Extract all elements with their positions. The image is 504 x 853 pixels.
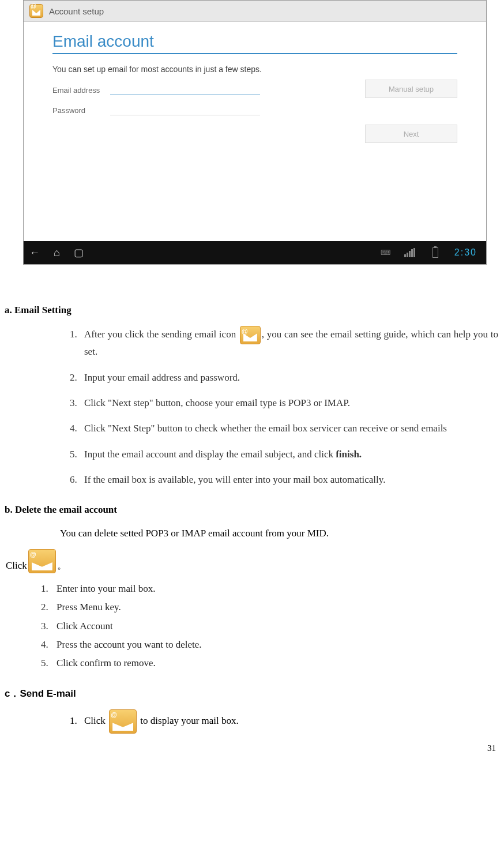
list-item: Click confirm to remove. — [51, 656, 498, 671]
list-item: Press the account you want to delete. — [51, 637, 498, 652]
list-item: After you click the sending email icon ,… — [80, 326, 498, 359]
email-label: Email address — [52, 86, 110, 95]
step-text: to display your mail box. — [140, 715, 238, 726]
list-item: Input the email account and display the … — [80, 447, 498, 462]
section-b-steps: Enter into your mail box. Press Menu key… — [5, 581, 498, 671]
clock: 2:30 — [454, 247, 477, 258]
email-field[interactable] — [110, 85, 260, 95]
page-number: 31 — [487, 743, 496, 753]
signal-icon — [404, 248, 415, 257]
password-label: Password — [52, 106, 110, 115]
list-item: Enter into your mail box. — [51, 581, 498, 596]
click-line: Click 。 — [6, 549, 498, 573]
keyboard-icon: ⌨ — [381, 249, 390, 257]
step-text: Click — [84, 715, 108, 726]
step-text: Input the email account and display the … — [84, 449, 336, 460]
setup-header-title: Account setup — [49, 6, 104, 16]
list-item: Press Menu key. — [51, 600, 498, 615]
email-icon — [28, 549, 56, 573]
email-icon — [240, 326, 261, 344]
section-a-steps: After you click the sending email icon ,… — [5, 326, 498, 487]
email-account-title: Email account — [52, 32, 457, 54]
list-item: Input your email address and password. — [80, 370, 498, 385]
click-text: Click — [6, 558, 27, 573]
list-item: Click "Next Step" button to check whethe… — [80, 421, 498, 436]
email-icon — [109, 709, 137, 734]
setup-header: Account setup — [24, 1, 486, 22]
recent-icon[interactable]: ▢ — [74, 246, 84, 259]
home-icon[interactable]: ⌂ — [54, 247, 60, 259]
list-item: Click Account — [51, 619, 498, 634]
period: 。 — [57, 558, 67, 573]
password-field[interactable] — [110, 106, 260, 115]
next-button[interactable]: Next — [365, 125, 457, 143]
section-c-heading: c．Send E-mail — [5, 686, 498, 701]
battery-icon — [432, 247, 438, 258]
back-icon[interactable]: ← — [29, 247, 40, 259]
section-a-heading: a. Email Setting — [5, 303, 498, 318]
finish-bold: finish. — [336, 449, 362, 460]
list-item: If the email box is available, you will … — [80, 472, 498, 487]
setup-body: Email account You can set up email for m… — [24, 22, 486, 241]
list-item: Click to display your mail box. — [80, 709, 498, 734]
android-navbar: ← ⌂ ▢ ⌨ 2:30 — [24, 241, 486, 264]
section-c-steps: Click to display your mail box. — [5, 709, 498, 734]
section-b-heading: b. Delete the email account — [5, 502, 498, 517]
section-b-intro: You can delete setted POP3 or IMAP email… — [60, 526, 498, 541]
email-icon — [29, 4, 43, 18]
manual-setup-button[interactable]: Manual setup — [365, 80, 457, 98]
step-text: After you click the sending email icon — [84, 329, 239, 340]
list-item: Click "Next step" button, choose your em… — [80, 396, 498, 411]
setup-description: You can set up email for most accounts i… — [52, 65, 457, 74]
email-setup-screenshot: Account setup Email account You can set … — [23, 0, 487, 265]
